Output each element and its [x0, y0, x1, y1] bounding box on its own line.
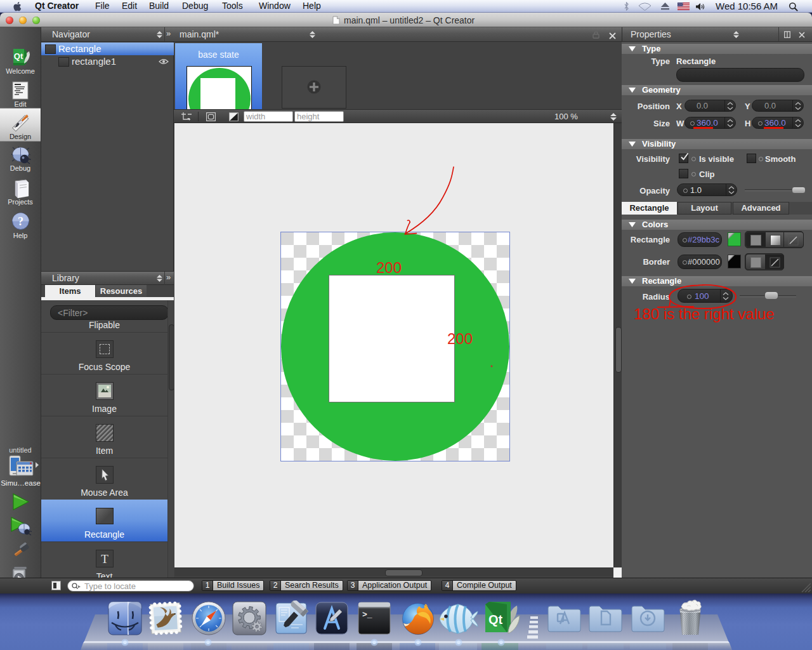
svg-text:?: ? [18, 215, 23, 228]
svg-text:Qt: Qt [14, 51, 23, 61]
svg-text:T: T [101, 552, 108, 566]
